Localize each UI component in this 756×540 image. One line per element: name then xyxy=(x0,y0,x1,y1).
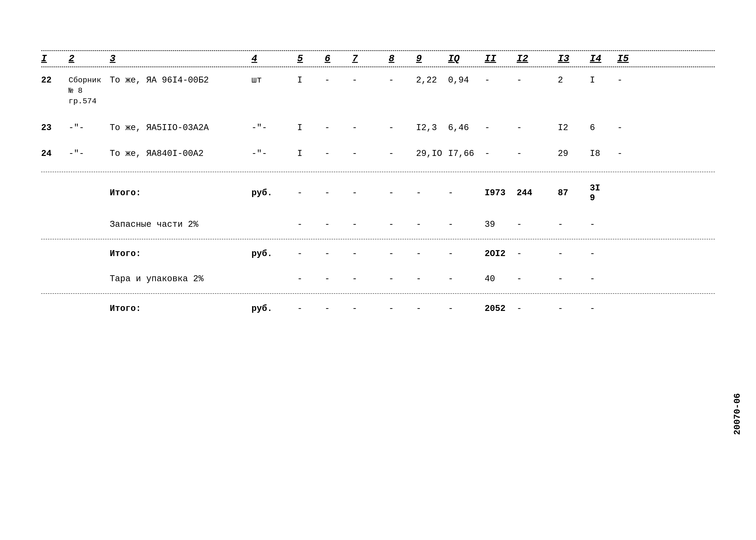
cell-24-12: - xyxy=(517,149,558,158)
tara-row: Тара и упаковка 2% - - - - - - 40 - - - xyxy=(41,266,715,292)
cell-24-8: - xyxy=(389,149,416,158)
cell-23-1: 23 xyxy=(41,123,68,133)
header-col-6: 6 xyxy=(324,53,352,64)
itogo1-col13: 244 xyxy=(517,188,558,198)
cell-24-10: I7,66 xyxy=(448,149,485,158)
itogo3-d6: - xyxy=(324,304,352,314)
tara-d8: - xyxy=(389,274,416,284)
cell-23-15: - xyxy=(617,123,652,133)
cell-22-9: 2,22 xyxy=(416,75,448,85)
cell-23-11: - xyxy=(485,123,517,133)
cell-22-11: - xyxy=(485,75,517,85)
cell-22-1: 22 xyxy=(41,75,68,85)
header-col-9: 9 xyxy=(416,53,448,64)
cell-22-8: - xyxy=(389,75,416,85)
tara-label: Тара и упаковка 2% xyxy=(110,274,251,284)
cell-22-2: Сборник № 8 гр.574 xyxy=(68,75,110,107)
itogo-row-1: Итого: руб. - - - - - - I973 244 87 3I 9 xyxy=(41,174,715,212)
zap-col14: - xyxy=(558,219,590,229)
itogo-row-2: Итого: руб. - - - - - - 2OI2 - - - xyxy=(41,241,715,266)
zap-col15: - xyxy=(590,219,617,229)
itogo2-d7: - xyxy=(352,249,389,259)
cell-24-9: 29,IО xyxy=(416,149,448,158)
header-col-4: 4 xyxy=(251,53,297,64)
header-col-10: IQ xyxy=(448,53,485,64)
zap-d8: - xyxy=(389,219,416,229)
cell-24-2: -"- xyxy=(68,149,110,158)
itogo3-d5: - xyxy=(297,304,324,314)
divider-2 xyxy=(41,239,715,239)
itogo1-d5: - xyxy=(297,188,324,198)
header-col-7: 7 xyxy=(352,53,389,64)
page-container: I 2 3 4 5 6 7 8 9 IQ II I2 I3 I4 I5 22 С… xyxy=(0,0,756,540)
header-col-8: 8 xyxy=(389,53,416,64)
cell-23-6: - xyxy=(324,123,352,133)
cell-24-6: - xyxy=(324,149,352,158)
itogo2-d9: - xyxy=(416,249,448,259)
itogo2-d8: - xyxy=(389,249,416,259)
cell-22-13: 2 xyxy=(558,75,590,85)
zap-col13: - xyxy=(517,219,558,229)
cell-22-12: - xyxy=(517,75,558,85)
itogo3-d7: - xyxy=(352,304,389,314)
header-col-13: I3 xyxy=(558,53,590,64)
cell-24-15: - xyxy=(617,149,652,158)
zap-d5: - xyxy=(297,219,324,229)
header-row: I 2 3 4 5 6 7 8 9 IQ II I2 I3 I4 I5 xyxy=(41,50,715,67)
itogo1-d9: - xyxy=(416,188,448,198)
itogo2-col12: 2OI2 xyxy=(485,249,517,259)
itogo1-d7: - xyxy=(352,188,389,198)
itogo2-unit: руб. xyxy=(251,249,297,259)
cell-23-4: -"- xyxy=(251,123,297,133)
tara-d9: - xyxy=(416,274,448,284)
table-row: 23 -"- То же, ЯА5IIО-03А2А -"- I - - - I… xyxy=(41,115,715,141)
itogo2-d5: - xyxy=(297,249,324,259)
cell-22-14: I xyxy=(590,75,617,85)
cell-23-8: - xyxy=(389,123,416,133)
itogo2-col13: - xyxy=(517,249,558,259)
tara-col14: - xyxy=(558,274,590,284)
side-label: 20070-06 xyxy=(732,393,742,435)
cell-23-13: I2 xyxy=(558,123,590,133)
itogo3-d8: - xyxy=(389,304,416,314)
cell-23-2: -"- xyxy=(68,123,110,133)
cell-24-3: То же, ЯА840I-00А2 xyxy=(110,149,251,158)
tara-col13: - xyxy=(517,274,558,284)
cell-23-5: I xyxy=(297,123,324,133)
itogo3-col13: - xyxy=(517,304,558,314)
cell-24-4: -"- xyxy=(251,149,297,158)
cell-23-9: I2,3 xyxy=(416,123,448,133)
zapchasti-row: Запасные части 2% - - - - - - 39 - - - xyxy=(41,212,715,237)
itogo1-d10: - xyxy=(448,188,485,198)
zap-d7: - xyxy=(352,219,389,229)
zap-d6: - xyxy=(324,219,352,229)
cell-22-3: То же, ЯА 96I4-00Б2 xyxy=(110,75,251,85)
itogo1-label: Итого: xyxy=(110,188,251,198)
itogo2-col14: - xyxy=(558,249,590,259)
cell-23-14: 6 xyxy=(590,123,617,133)
itogo1-col15: 3I 9 xyxy=(590,183,617,203)
cell-23-10: 6,46 xyxy=(448,123,485,133)
cell-24-14: I8 xyxy=(590,149,617,158)
itogo1-unit: руб. xyxy=(251,188,297,198)
zap-d9: - xyxy=(416,219,448,229)
header-col-2: 2 xyxy=(68,53,110,64)
cell-24-7: - xyxy=(352,149,389,158)
divider-1 xyxy=(41,172,715,172)
header-col-12: I2 xyxy=(517,53,558,64)
tara-d7: - xyxy=(352,274,389,284)
cell-23-7: - xyxy=(352,123,389,133)
itogo3-d10: - xyxy=(448,304,485,314)
header-col-14: I4 xyxy=(590,53,617,64)
itogo2-label: Итого: xyxy=(110,249,251,259)
itogo3-d9: - xyxy=(416,304,448,314)
header-col-11: II xyxy=(485,53,517,64)
cell-24-1: 24 xyxy=(41,149,68,158)
itogo-row-3: Итого: руб. - - - - - - 2052 - - - xyxy=(41,296,715,322)
cell-22-4: шт xyxy=(251,75,297,85)
itogo1-col12: I973 xyxy=(485,188,517,198)
tara-col12: 40 xyxy=(485,274,517,284)
tara-col15: - xyxy=(590,274,617,284)
table-row: 22 Сборник № 8 гр.574 То же, ЯА 96I4-00Б… xyxy=(41,67,715,115)
header-col-15: I5 xyxy=(617,53,652,64)
